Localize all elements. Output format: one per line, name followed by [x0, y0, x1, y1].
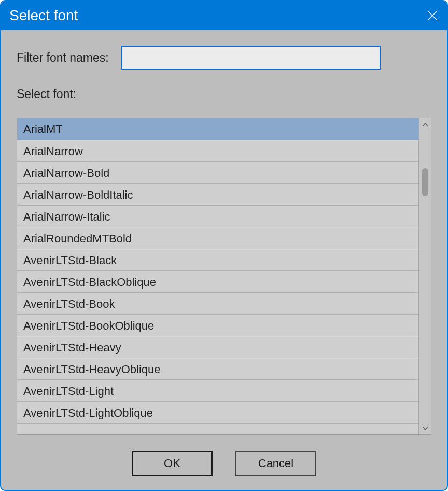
- select-font-label: Select font:: [17, 87, 431, 101]
- dialog-body: Filter font names: Select font: ArialMTA…: [1, 30, 447, 490]
- cancel-button[interactable]: Cancel: [235, 451, 316, 476]
- close-icon[interactable]: [425, 8, 440, 23]
- list-item[interactable]: AvenirLTStd-Book: [17, 293, 418, 315]
- list-item[interactable]: AvenirLTStd-LightOblique: [17, 402, 418, 424]
- filter-input[interactable]: [121, 46, 381, 70]
- button-row: OK Cancel: [17, 435, 431, 476]
- window-title: Select font: [9, 7, 78, 24]
- list-item[interactable]: AvenirLTStd-Light: [17, 380, 418, 402]
- scroll-thumb[interactable]: [422, 168, 428, 196]
- list-item[interactable]: AvenirLTStd-BookOblique: [17, 315, 418, 336]
- list-item[interactable]: ArialNarrow-Bold: [17, 162, 418, 184]
- scroll-down-icon[interactable]: [419, 422, 431, 434]
- scrollbar: [418, 118, 431, 434]
- list-item[interactable]: ArialRoundedMTBold: [17, 227, 418, 249]
- list-item[interactable]: ArialNarrow-Italic: [17, 206, 418, 227]
- list-item[interactable]: AvenirLTStd-BlackOblique: [17, 271, 418, 293]
- ok-button[interactable]: OK: [132, 451, 213, 476]
- scroll-up-icon[interactable]: [419, 118, 431, 131]
- list-item[interactable]: AvenirLTStd-Heavy: [17, 336, 418, 358]
- list-item[interactable]: ArialNarrow: [17, 140, 418, 162]
- filter-row: Filter font names:: [17, 46, 431, 70]
- list-item[interactable]: ArialNarrow-BoldItalic: [17, 184, 418, 206]
- list-item[interactable]: ArialMT: [17, 118, 418, 140]
- select-font-dialog: Select font Filter font names: Select fo…: [0, 0, 448, 491]
- list-item[interactable]: AvenirLTStd-Black: [17, 249, 418, 271]
- titlebar: Select font: [1, 1, 447, 30]
- list-item[interactable]: AvenirLTStd-HeavyOblique: [17, 358, 418, 380]
- scroll-track[interactable]: [419, 131, 431, 422]
- font-listbox: ArialMTArialNarrowArialNarrow-BoldArialN…: [17, 118, 431, 435]
- filter-label: Filter font names:: [17, 51, 109, 65]
- font-list[interactable]: ArialMTArialNarrowArialNarrow-BoldArialN…: [17, 118, 418, 434]
